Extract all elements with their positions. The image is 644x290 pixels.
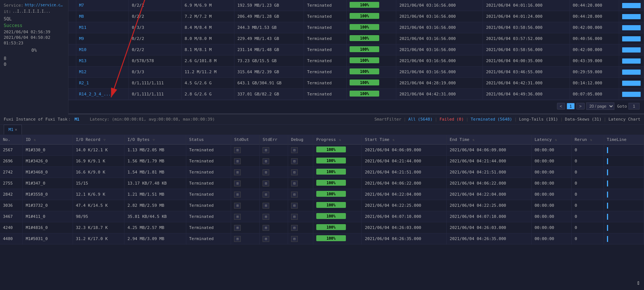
stdout-icon[interactable]: ⊞ bbox=[234, 192, 241, 198]
top-table-row[interactable]: M12 0/3/3 11.2 M/11.2 M 315.64 MB/2.39 G… bbox=[69, 67, 644, 78]
next-page-btn[interactable]: > bbox=[576, 103, 584, 109]
page-size-select[interactable]: 20 / page bbox=[586, 102, 614, 110]
bottom-row-stdout[interactable]: ⊞ bbox=[231, 156, 260, 167]
bottom-table-row[interactable]: 4480 M1#5031_0 31.2 K/17.0 K 2.94 MB/3.0… bbox=[0, 233, 644, 245]
debug-icon[interactable]: ⊞ bbox=[291, 192, 298, 198]
bottom-row-stderr[interactable]: ⊞ bbox=[260, 222, 288, 233]
stderr-icon[interactable]: ⊞ bbox=[263, 225, 269, 231]
bottom-table-row[interactable]: 2567 M1#330_0 14.0 K/12.1 K 1.13 MB/2.05… bbox=[0, 145, 644, 156]
top-row-task[interactable]: M8 bbox=[76, 11, 129, 22]
stdout-icon[interactable]: ⊞ bbox=[234, 214, 241, 220]
top-table-row[interactable]: M8 0/2/2 7.2 M/7.2 M 206.49 MB/1.28 GB T… bbox=[69, 11, 644, 22]
bottom-row-stdout[interactable]: ⊞ bbox=[231, 222, 260, 233]
bottom-row-stderr[interactable]: ⊞ bbox=[260, 145, 288, 156]
stderr-icon[interactable]: ⊞ bbox=[263, 236, 269, 242]
top-row-task[interactable]: M11 bbox=[76, 22, 129, 33]
col-header-latency[interactable]: Latency ⇅ bbox=[531, 135, 571, 145]
bottom-row-debug[interactable]: ⊞ bbox=[288, 211, 313, 222]
bottom-row-stderr[interactable]: ⊞ bbox=[260, 189, 288, 200]
debug-icon[interactable]: ⊞ bbox=[291, 147, 298, 153]
col-header-start-time[interactable]: Start Time ⇅ bbox=[362, 135, 447, 145]
top-table-row[interactable]: M10 0/2/2 8.1 M/8.1 M 231.14 MB/1.48 GB … bbox=[69, 44, 644, 55]
prev-page-btn[interactable]: < bbox=[557, 103, 565, 109]
bottom-row-debug[interactable]: ⊞ bbox=[288, 167, 313, 178]
col-header-progress[interactable]: Progress ⇅ bbox=[313, 135, 361, 145]
filter-latencychart-btn[interactable]: Latency Chart bbox=[608, 117, 640, 122]
bottom-row-stderr[interactable]: ⊞ bbox=[260, 178, 288, 189]
bottom-table-row[interactable]: 3036 M1#3732_0 47.4 K/14.5 K 2.82 MB/2.5… bbox=[0, 200, 644, 211]
goto-input[interactable] bbox=[628, 103, 640, 109]
bottom-row-stdout[interactable]: ⊞ bbox=[231, 178, 260, 189]
bottom-row-stdout[interactable]: ⊞ bbox=[231, 189, 260, 200]
top-row-task[interactable]: M9 bbox=[76, 33, 129, 44]
debug-icon[interactable]: ⊞ bbox=[291, 236, 298, 242]
bottom-table-row[interactable]: 2696 M1#3426_0 16.9 K/9.1 K 1.56 MB/1.79… bbox=[0, 156, 644, 167]
debug-icon[interactable]: ⊞ bbox=[291, 214, 298, 220]
bottom-row-id[interactable]: M1#347_0 bbox=[23, 178, 73, 189]
filter-dataskews-btn[interactable]: Data-Skews bbox=[565, 117, 590, 122]
stdout-icon[interactable]: ⊞ bbox=[234, 169, 241, 175]
bottom-row-debug[interactable]: ⊞ bbox=[288, 145, 313, 156]
col-header-io-bytes[interactable]: I/O Bytes ▽ bbox=[124, 135, 186, 145]
bottom-table-row[interactable]: 2742 M1#3468_0 16.6 K/9.0 K 1.54 MB/1.81… bbox=[0, 167, 644, 178]
bottom-row-stdout[interactable]: ⊞ bbox=[231, 233, 260, 245]
stdout-icon[interactable]: ⊞ bbox=[234, 236, 241, 242]
stderr-icon[interactable]: ⊞ bbox=[263, 158, 269, 164]
top-table-row[interactable]: M7 0/2/2 6.9 M/6.9 M 192.59 MB/1.23 GB T… bbox=[69, 0, 644, 11]
stderr-icon[interactable]: ⊞ bbox=[263, 169, 269, 175]
stdout-icon[interactable]: ⊞ bbox=[234, 158, 241, 164]
bottom-row-id[interactable]: M1#3426_0 bbox=[23, 156, 73, 167]
top-row-task[interactable]: R14_2_3_4_... bbox=[76, 89, 129, 100]
tab-m1-close[interactable]: × bbox=[15, 128, 17, 132]
stdout-icon[interactable]: ⊞ bbox=[234, 225, 241, 231]
bottom-row-stderr[interactable]: ⊞ bbox=[260, 200, 288, 211]
page-1-btn[interactable]: 1 bbox=[567, 103, 575, 109]
stderr-icon[interactable]: ⊞ bbox=[263, 203, 269, 209]
col-header-io-record[interactable]: I/O Record ▽ bbox=[73, 135, 124, 145]
bottom-row-debug[interactable]: ⊞ bbox=[288, 178, 313, 189]
stdout-icon[interactable]: ⊞ bbox=[234, 203, 241, 209]
bottom-row-id[interactable]: M1#3558_0 bbox=[23, 189, 73, 200]
top-table-row[interactable]: M11 0/3/3 8.4 M/8.4 M 244.3 MB/1.53 GB T… bbox=[69, 22, 644, 33]
top-row-task[interactable]: R2_1 bbox=[76, 78, 129, 89]
top-row-task[interactable]: M12 bbox=[76, 67, 129, 78]
scroll-indicator[interactable]: ⇕ bbox=[636, 279, 640, 286]
top-table-row[interactable]: R2_1 0/1,111/1,111 4.5 G/2.6 G 643.1 GB/… bbox=[69, 78, 644, 89]
top-row-task[interactable]: M7 bbox=[76, 0, 129, 11]
bottom-table-row[interactable]: 2842 M1#3558_0 12.1 K/6.9 K 1.21 MB/1.51… bbox=[0, 189, 644, 200]
bottom-table-row[interactable]: 2755 M1#347_0 15/15 13.17 KB/7.48 KB Ter… bbox=[0, 178, 644, 189]
debug-icon[interactable]: ⊞ bbox=[291, 181, 298, 186]
bottom-row-stderr[interactable]: ⊞ bbox=[260, 167, 288, 178]
stdout-icon[interactable]: ⊞ bbox=[234, 181, 241, 186]
bottom-row-stderr[interactable]: ⊞ bbox=[260, 156, 288, 167]
filter-failed-btn[interactable]: Failed bbox=[440, 117, 454, 122]
bottom-row-id[interactable]: M1#5031_0 bbox=[23, 233, 73, 245]
stderr-icon[interactable]: ⊞ bbox=[263, 214, 269, 220]
bottom-row-stdout[interactable]: ⊞ bbox=[231, 211, 260, 222]
filter-all-btn[interactable]: All bbox=[408, 117, 416, 122]
bottom-table-row[interactable]: 3467 M1#411_0 98/95 35.81 KB/44.5 KB Ter… bbox=[0, 211, 644, 222]
bottom-row-debug[interactable]: ⊞ bbox=[288, 233, 313, 245]
bottom-row-id[interactable]: M1#411_0 bbox=[23, 211, 73, 222]
stderr-icon[interactable]: ⊞ bbox=[263, 181, 269, 186]
top-row-task[interactable]: M10 bbox=[76, 44, 129, 55]
col-header-no[interactable]: No. bbox=[0, 135, 23, 145]
top-row-task[interactable]: M13 bbox=[76, 55, 129, 67]
bottom-row-stderr[interactable]: ⊞ bbox=[260, 211, 288, 222]
stderr-icon[interactable]: ⊞ bbox=[263, 147, 269, 153]
debug-icon[interactable]: ⊞ bbox=[291, 169, 298, 175]
filter-longtails-btn[interactable]: Long-Tails bbox=[519, 117, 544, 122]
bottom-row-debug[interactable]: ⊞ bbox=[288, 200, 313, 211]
bottom-row-debug[interactable]: ⊞ bbox=[288, 189, 313, 200]
bottom-row-stderr[interactable]: ⊞ bbox=[260, 233, 288, 245]
top-table-row[interactable]: R14_2_3_4_... 0/1,111/1,111 2.8 G/2.6 G … bbox=[69, 89, 644, 100]
bottom-row-stdout[interactable]: ⊞ bbox=[231, 167, 260, 178]
filter-terminated-btn[interactable]: Terminated bbox=[471, 117, 495, 122]
bottom-row-stdout[interactable]: ⊞ bbox=[231, 200, 260, 211]
stderr-icon[interactable]: ⊞ bbox=[263, 192, 269, 198]
debug-icon[interactable]: ⊞ bbox=[291, 203, 298, 209]
bottom-row-id[interactable]: M1#330_0 bbox=[23, 145, 73, 156]
bottom-row-stdout[interactable]: ⊞ bbox=[231, 145, 260, 156]
bottom-row-debug[interactable]: ⊞ bbox=[288, 222, 313, 233]
col-header-rerun[interactable]: Rerun ⇅ bbox=[571, 135, 604, 145]
